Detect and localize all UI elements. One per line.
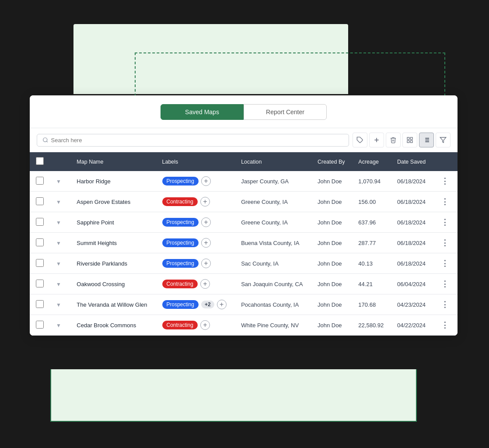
- row-expander-icon[interactable]: ▼: [56, 261, 61, 267]
- row-map-name: Harbor Ridge: [70, 171, 156, 192]
- label-badge-prospecting[interactable]: Prospecting: [162, 218, 199, 227]
- row-more-button[interactable]: ⋮: [439, 198, 451, 206]
- add-label-button[interactable]: +: [200, 279, 210, 289]
- row-labels: Prospecting+: [156, 171, 235, 192]
- label-badge-prospecting[interactable]: Prospecting: [162, 177, 199, 186]
- row-select-checkbox[interactable]: [36, 259, 44, 267]
- row-date-saved: 06/18/2024: [391, 192, 433, 212]
- col-labels: Labels: [156, 152, 235, 171]
- row-select-checkbox[interactable]: [36, 238, 44, 246]
- row-checkbox-cell: [30, 171, 50, 192]
- label-badge-prospecting[interactable]: Prospecting: [162, 300, 199, 309]
- row-actions: ⋮: [433, 212, 458, 233]
- row-checkbox-cell: [30, 274, 50, 294]
- row-select-checkbox[interactable]: [36, 218, 44, 226]
- tag-button[interactable]: [353, 133, 367, 147]
- row-location: Pocahontas County, IA: [235, 294, 311, 315]
- row-expander-icon[interactable]: ▼: [56, 281, 61, 287]
- row-expander-icon[interactable]: ▼: [56, 240, 61, 246]
- label-badge-contracting[interactable]: Contracting: [162, 197, 198, 206]
- label-badge-prospecting[interactable]: Prospecting: [162, 259, 199, 268]
- select-all-checkbox[interactable]: [36, 157, 44, 165]
- row-acreage: 1,070.94: [352, 171, 391, 192]
- row-location: Greene County, IA: [235, 192, 311, 212]
- row-actions: ⋮: [433, 294, 458, 315]
- main-panel: Saved Maps Report Center: [30, 95, 458, 336]
- row-created-by: John Doe: [311, 171, 352, 192]
- row-more-button[interactable]: ⋮: [439, 177, 451, 185]
- add-label-button[interactable]: +: [200, 320, 210, 330]
- add-label-button[interactable]: +: [217, 300, 227, 309]
- row-created-by: John Doe: [311, 274, 352, 294]
- col-created-by: Created By: [311, 152, 352, 171]
- search-icon: [42, 137, 49, 143]
- add-label-button[interactable]: +: [201, 259, 211, 268]
- svg-rect-7: [407, 140, 409, 143]
- row-checkbox-cell: [30, 315, 50, 336]
- svg-marker-15: [440, 137, 446, 143]
- add-label-button[interactable]: +: [201, 238, 211, 248]
- row-more-button[interactable]: ⋮: [439, 239, 451, 247]
- row-expander-icon[interactable]: ▼: [56, 302, 61, 308]
- table-row: ▼Sapphire PointProspecting+Greene County…: [30, 212, 458, 233]
- extra-labels-badge: +2: [201, 301, 214, 308]
- row-actions: ⋮: [433, 171, 458, 192]
- label-badge-contracting[interactable]: Contracting: [162, 280, 198, 288]
- label-badge-prospecting[interactable]: Prospecting: [162, 238, 199, 247]
- row-date-saved: 06/18/2024: [391, 233, 433, 253]
- row-map-name: Summit Heights: [70, 233, 156, 253]
- search-wrapper: [37, 134, 349, 147]
- table-row: ▼Aspen Grove EstatesContracting+Greene C…: [30, 192, 458, 212]
- row-actions: ⋮: [433, 253, 458, 274]
- row-checkbox-cell: [30, 212, 50, 233]
- row-expander-icon[interactable]: ▼: [56, 199, 61, 205]
- row-acreage: 170.68: [352, 294, 391, 315]
- row-location: San Joaquin County, CA: [235, 274, 311, 294]
- row-acreage: 287.77: [352, 233, 391, 253]
- row-expander-cell: ▼: [50, 192, 70, 212]
- row-more-button[interactable]: ⋮: [439, 321, 451, 329]
- list-view-button[interactable]: [419, 133, 434, 147]
- add-label-button[interactable]: +: [200, 197, 210, 206]
- row-map-name: Riverside Parklands: [70, 253, 156, 274]
- row-more-button[interactable]: ⋮: [439, 280, 451, 288]
- col-checkbox: [30, 152, 50, 171]
- col-expander: [50, 152, 70, 171]
- tab-report-center[interactable]: Report Center: [244, 104, 327, 120]
- row-expander-icon[interactable]: ▼: [56, 322, 61, 329]
- row-select-checkbox[interactable]: [36, 177, 44, 185]
- row-expander-cell: ▼: [50, 294, 70, 315]
- row-select-checkbox[interactable]: [36, 300, 44, 308]
- grid-view-button[interactable]: [402, 133, 417, 147]
- row-more-button[interactable]: ⋮: [439, 259, 451, 267]
- table-body: ▼Harbor RidgeProspecting+Jasper County, …: [30, 171, 458, 336]
- row-expander-cell: ▼: [50, 315, 70, 336]
- row-more-button[interactable]: ⋮: [439, 218, 451, 226]
- list-icon: [423, 136, 430, 144]
- add-label-button[interactable]: +: [201, 176, 211, 186]
- row-expander-icon[interactable]: ▼: [56, 178, 61, 185]
- row-select-checkbox[interactable]: [36, 280, 44, 287]
- row-labels: Prospecting+: [156, 212, 235, 233]
- row-select-checkbox[interactable]: [36, 197, 44, 205]
- row-acreage: 40.13: [352, 253, 391, 274]
- row-map-name: Cedar Brook Commons: [70, 315, 156, 336]
- svg-line-1: [46, 141, 47, 142]
- row-map-name: Oakwood Crossing: [70, 274, 156, 294]
- label-badge-contracting[interactable]: Contracting: [162, 321, 198, 329]
- row-map-name: The Veranda at Willow Glen: [70, 294, 156, 315]
- search-input[interactable]: [51, 137, 343, 144]
- row-acreage: 637.96: [352, 212, 391, 233]
- row-more-button[interactable]: ⋮: [439, 301, 451, 308]
- svg-rect-5: [407, 137, 409, 140]
- row-location: Buena Vista County, IA: [235, 233, 311, 253]
- row-acreage: 44.21: [352, 274, 391, 294]
- delete-button[interactable]: [386, 133, 401, 147]
- row-select-checkbox[interactable]: [36, 321, 44, 329]
- add-label-button[interactable]: +: [201, 217, 211, 227]
- col-date-saved: Date Saved: [391, 152, 433, 171]
- add-button[interactable]: [369, 133, 384, 147]
- tab-saved-maps[interactable]: Saved Maps: [161, 104, 244, 120]
- filter-button[interactable]: [436, 133, 451, 147]
- row-expander-icon[interactable]: ▼: [56, 220, 61, 226]
